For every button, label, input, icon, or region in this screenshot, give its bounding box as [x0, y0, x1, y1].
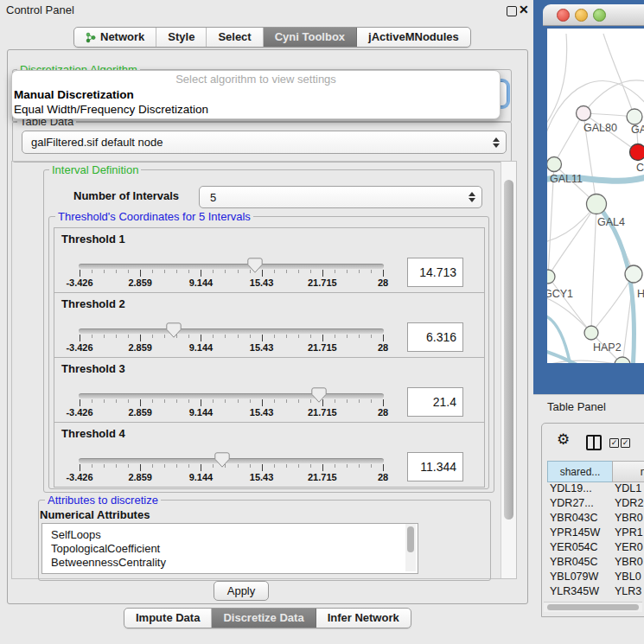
number-of-intervals-combobox[interactable]: 5 — [199, 186, 482, 208]
number-of-intervals-label: Number of Intervals — [73, 189, 179, 202]
scrollbar-thumb[interactable] — [407, 526, 414, 552]
table-horizontal-scrollbar[interactable] — [544, 602, 642, 612]
tab-network[interactable]: Network — [74, 28, 156, 47]
slider-tick-label: -3.426 — [58, 472, 101, 482]
table-row[interactable]: YBR045CYBR0 — [542, 556, 644, 571]
checkbox-icon[interactable]: ✓ — [609, 438, 619, 448]
network-canvas[interactable]: GAL80GACGAL11GAL4GCY1HHAP2 — [547, 29, 644, 363]
tab-cyni-toolbox[interactable]: Cyni Toolbox — [264, 28, 357, 47]
table-row[interactable]: YER054CYER0 — [542, 541, 644, 556]
attribute-item-topologicalcoefficient[interactable]: TopologicalCoefficient — [42, 542, 418, 556]
float-panel-icon[interactable] — [507, 6, 517, 16]
column-header-name[interactable]: n — [612, 461, 644, 482]
network-node-ga[interactable] — [627, 109, 642, 124]
app-window: Control Panel ✕ NetworkStyleSelectCyni T… — [0, 0, 644, 644]
threshold-label: Threshold 2 — [61, 297, 125, 310]
settings-vertical-scrollbar[interactable] — [501, 162, 516, 578]
zoom-window-icon[interactable] — [593, 9, 606, 22]
attributes-list-scrollbar[interactable] — [405, 524, 416, 571]
close-window-icon[interactable] — [557, 9, 570, 22]
threshold-panel: Threshold 4-3.4262.8599.14415.4321.71528… — [54, 422, 485, 488]
split-table-icon[interactable] — [586, 435, 602, 450]
network-edge — [547, 295, 591, 333]
close-icon[interactable]: ✕ — [519, 3, 529, 16]
slider-tick-minor — [152, 399, 153, 403]
slider-tick-minor — [347, 335, 348, 338]
table-row[interactable]: YIL052CYIL0 — [542, 600, 644, 601]
slider-handle[interactable] — [247, 258, 263, 273]
tab-style[interactable]: Style — [156, 28, 207, 47]
table-rows: YDL19...YDL1YDR27...YDR2YBR043CYBR0YPR14… — [542, 482, 644, 601]
slider-handle[interactable] — [214, 452, 230, 468]
slider-tick-label: 9.144 — [179, 407, 222, 418]
table-row[interactable]: YDL19...YDL1 — [542, 482, 644, 497]
slider-tick — [201, 464, 201, 471]
table-row[interactable]: YBL079WYBL0 — [542, 571, 644, 585]
network-edge — [547, 34, 567, 134]
tab-discretize-data[interactable]: Discretize Data — [212, 609, 316, 628]
slider-tick — [80, 335, 80, 341]
threshold-value-field[interactable]: 6.316 — [407, 322, 463, 352]
slider-tick-minor — [164, 399, 165, 403]
slider-tick-minor — [225, 270, 226, 273]
slider-tick-label: 2.859 — [118, 342, 162, 353]
scrollbar-thumb[interactable] — [547, 604, 639, 610]
table-row[interactable]: YLR345WYLR3 — [542, 585, 644, 600]
threshold-slider-track[interactable] — [79, 264, 384, 269]
scrollbar-thumb[interactable] — [504, 180, 513, 520]
algorithm-option-manual-discretization[interactable]: Manual Discretization — [12, 87, 500, 102]
network-node-gal80[interactable] — [577, 106, 591, 121]
gear-icon[interactable]: ⚙ — [557, 430, 570, 449]
apply-button[interactable]: Apply — [214, 581, 269, 601]
slider-tick — [383, 335, 384, 341]
slider-tick-minor — [128, 335, 129, 338]
tab-label: Discretize Data — [223, 609, 303, 628]
network-window-titlebar[interactable] — [543, 4, 644, 26]
minimize-window-icon[interactable] — [575, 9, 588, 22]
slider-tick-minor — [152, 335, 153, 338]
threshold-value-field[interactable]: 21.4 — [407, 387, 463, 417]
network-node-gcy1[interactable] — [547, 270, 555, 284]
network-node[interactable] — [615, 357, 630, 363]
checkbox-icon[interactable]: ✓ — [621, 438, 630, 448]
threshold-value-field[interactable]: 14.713 — [407, 258, 463, 287]
cell-shared-name: YDR27... — [550, 497, 594, 509]
table-row[interactable]: YBR043CYBR0 — [542, 512, 644, 526]
network-node-hap2[interactable] — [584, 326, 598, 340]
table-row[interactable]: YPR145WYPR1 — [542, 526, 644, 541]
tab-jactivemnodules[interactable]: jActiveMNodules — [357, 28, 470, 47]
cell-name: YPR1 — [615, 526, 643, 539]
algorithm-option-equal-width-frequency-discretization[interactable]: Equal Width/Frequency Discretization — [12, 102, 500, 117]
slider-tick-minor — [176, 464, 177, 468]
slider-handle[interactable] — [166, 322, 182, 338]
threshold-panel: Threshold 1-3.4262.8599.14415.4321.71528… — [54, 227, 485, 293]
threshold-slider-track[interactable] — [79, 393, 384, 399]
attribute-item-betweennesscentrality[interactable]: BetweennessCentrality — [42, 556, 418, 570]
network-node-gal4[interactable] — [587, 194, 607, 214]
tab-infer-network[interactable]: Infer Network — [316, 609, 411, 628]
table-row[interactable]: YDR27...YDR2 — [542, 497, 644, 512]
threshold-value-field[interactable]: 11.344 — [407, 452, 463, 481]
attribute-item-selfloops[interactable]: SelfLoops — [42, 528, 418, 542]
slider-tick-label: 2.859 — [118, 407, 162, 418]
column-header-shared-name[interactable]: shared... — [547, 461, 613, 482]
slider-tick-label: 21.715 — [301, 342, 344, 353]
slider-tick-minor — [188, 270, 189, 273]
slider-tick-minor — [238, 270, 239, 273]
algorithm-dropdown-popup: Select algorithm to view settings Manual… — [11, 70, 501, 119]
numerical-attributes-label: Numerical Attributes — [40, 508, 150, 521]
network-node-h[interactable] — [625, 265, 642, 283]
numerical-attributes-list[interactable]: SelfLoopsTopologicalCoefficientBetweenne… — [41, 523, 418, 574]
network-node-c[interactable] — [630, 144, 644, 161]
tab-label: Cyni Toolbox — [275, 28, 345, 47]
threshold-slider-track[interactable] — [79, 458, 384, 463]
cell-name: YBL0 — [615, 571, 641, 583]
threshold-slider-track[interactable] — [79, 328, 384, 334]
slider-tick-minor — [213, 335, 214, 338]
network-node-gal11[interactable] — [547, 157, 562, 172]
cell-shared-name: YPR145W — [550, 526, 600, 539]
table-data-combobox[interactable]: galFiltered.sif default node — [22, 131, 507, 154]
tab-select[interactable]: Select — [207, 28, 263, 47]
slider-handle[interactable] — [311, 387, 327, 403]
tab-impute-data[interactable]: Impute Data — [124, 609, 212, 628]
